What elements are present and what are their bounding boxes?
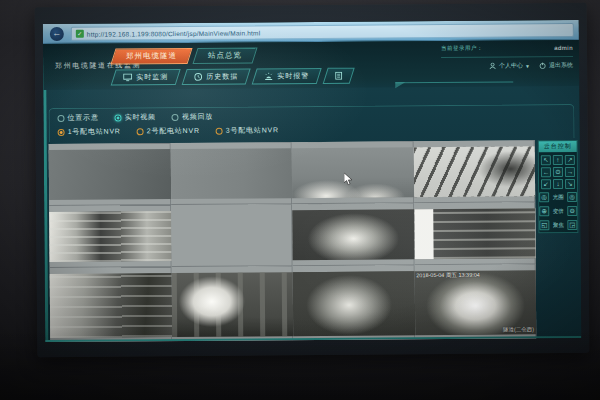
ptz-right-button[interactable]: → <box>565 167 575 177</box>
username: admin <box>554 44 573 50</box>
camera-tile[interactable] <box>49 143 171 206</box>
alarm-icon <box>264 72 273 80</box>
camera-tile[interactable] <box>49 205 171 268</box>
tab-tunnel-label: 郑州电缆隧道 <box>126 51 177 61</box>
camera-feed <box>414 208 536 259</box>
ptz-up-right-button[interactable]: ↗ <box>565 155 575 165</box>
toolbar-item-realtime-monitor[interactable]: 实时监测 <box>111 69 181 86</box>
url-text: http://192.168.1.199:8080/Client/jsp/Mai… <box>87 29 261 37</box>
focus-far-button[interactable]: ◲ <box>567 220 577 230</box>
camera-feed: 2018-05-04 周五 13:39:04 隧道(二仓西) <box>414 270 536 335</box>
monitor-bezel: ← ✓ http://192.168.1.199:8080/Client/jsp… <box>35 3 590 357</box>
camera-tile[interactable] <box>293 265 415 342</box>
logout-label: 退出系统 <box>549 61 573 70</box>
radio-label: 位置示意 <box>67 113 98 123</box>
app-header: 郑州电缆隧道在线监测 郑州电缆隧道 站点总览 <box>43 40 579 90</box>
camera-feed <box>293 271 415 336</box>
camera-feed <box>171 272 293 337</box>
radio-nvr-2[interactable]: 2号配电站NVR <box>137 126 200 136</box>
camera-tile[interactable] <box>414 202 536 265</box>
camera-feed <box>50 273 172 338</box>
content-frame: 位置示意 实时视频 视频回放 <box>48 104 574 142</box>
screen: ← ✓ http://192.168.1.199:8080/Client/jsp… <box>43 20 581 342</box>
camera-tile[interactable]: 2018-05-04 周五 13:39:04 隧道(二仓西) <box>414 264 536 342</box>
radio-circle-selected <box>58 128 65 135</box>
ptz-left-button[interactable]: ← <box>541 167 551 177</box>
focus-label: 聚焦 <box>551 222 565 229</box>
user-info-panel: 当前登录用户： admin 个人中心 ▾ <box>441 44 573 71</box>
header-divider-line <box>395 81 513 83</box>
mouse-cursor-icon <box>344 172 353 190</box>
camera-tile[interactable] <box>171 204 293 267</box>
radio-nvr-1[interactable]: 1号配电站NVR <box>58 127 121 137</box>
iris-label: 光圈 <box>551 194 565 201</box>
camera-tile[interactable] <box>413 140 535 203</box>
app-page: 郑州电缆隧道在线监测 郑州电缆隧道 站点总览 <box>43 40 581 342</box>
zoom-in-button[interactable]: ⊕ <box>539 206 549 216</box>
zoom-out-button[interactable]: ⊖ <box>567 206 577 216</box>
url-field[interactable]: ✓ http://192.168.1.199:8080/Client/jsp/M… <box>71 23 574 41</box>
ptz-down-left-button[interactable]: ↙ <box>541 179 551 189</box>
radio-label: 视频回放 <box>182 112 213 122</box>
camera-tile[interactable] <box>170 142 292 205</box>
radio-circle-selected <box>115 114 122 121</box>
iris-open-button[interactable]: ◎ <box>539 192 549 202</box>
view-mode-radio-group: 位置示意 实时视频 视频回放 <box>57 112 213 123</box>
camera-tile[interactable] <box>292 203 414 266</box>
radio-live-video[interactable]: 实时视频 <box>115 112 156 122</box>
video-wall: 2018-05-04 周五 13:39:04 隧道(二仓西) <box>49 140 537 342</box>
camera-tile[interactable] <box>50 267 172 342</box>
ptz-up-left-button[interactable]: ↖ <box>541 155 551 165</box>
logout-button[interactable]: 退出系统 <box>539 61 573 70</box>
ptz-down-button[interactable]: ↓ <box>553 179 563 189</box>
toolbar-item-history-data[interactable]: 历史数据 <box>182 68 251 85</box>
ptz-zoom-row: ⊕ 变倍 ⊖ <box>539 204 577 218</box>
zoom-label: 变倍 <box>551 208 565 215</box>
radio-position-map[interactable]: 位置示意 <box>57 113 98 123</box>
ptz-focus-row: ◱ 聚焦 ◲ <box>539 218 577 232</box>
toolbar-item-more[interactable] <box>323 68 355 84</box>
radio-circle <box>216 127 223 134</box>
toolbar-alarm-label: 实时报警 <box>277 71 309 81</box>
person-icon <box>489 62 496 70</box>
ptz-up-button[interactable]: ↑ <box>553 155 563 165</box>
tab-tunnel[interactable]: 郑州电缆隧道 <box>110 48 192 65</box>
radio-label: 3号配电站NVR <box>226 125 279 135</box>
camera-timestamp: 2018-05-04 周五 13:39:04 <box>416 272 480 279</box>
camera-tile[interactable] <box>171 266 293 342</box>
iris-close-button[interactable]: ◎ <box>567 192 577 202</box>
radio-label: 2号配电站NVR <box>147 126 200 136</box>
header-divider-triangle <box>395 82 405 88</box>
focus-near-button[interactable]: ◱ <box>539 220 549 230</box>
profile-label: 个人中心 <box>499 61 523 70</box>
back-icon: ← <box>52 28 61 38</box>
ptz-down-right-button[interactable]: ↘ <box>565 179 575 189</box>
ptz-direction-pad: ↖ ↑ ↗ ← ⊙ → ↙ ↓ ↘ <box>539 152 577 190</box>
profile-button[interactable]: 个人中心 ▾ <box>489 61 529 70</box>
camera-feed <box>170 148 292 199</box>
tab-site-overview-label: 站点总览 <box>208 51 242 61</box>
ptz-center-button[interactable]: ⊙ <box>553 167 563 177</box>
radio-circle <box>137 128 144 135</box>
radio-video-playback[interactable]: 视频回放 <box>172 112 213 122</box>
radio-label: 1号配电站NVR <box>68 127 121 137</box>
toolbar-history-label: 历史数据 <box>206 72 238 82</box>
tab-site-overview[interactable]: 站点总览 <box>192 47 257 64</box>
tab-bar: 郑州电缆隧道 站点总览 <box>113 47 255 64</box>
radio-label: 实时视频 <box>125 112 156 122</box>
radio-circle <box>172 114 179 121</box>
power-icon <box>539 62 546 70</box>
ptz-panel: 云台控制 ↖ ↑ ↗ ← ⊙ → ↙ ↓ ↘ ◎ 光圈 <box>538 140 579 233</box>
toolbar: 实时监测 历史数据 <box>113 68 352 86</box>
chevron-down-icon: ▾ <box>526 62 529 69</box>
radio-nvr-3[interactable]: 3号配电站NVR <box>216 125 279 135</box>
login-user-label: 当前登录用户： <box>441 45 483 52</box>
toolbar-realtime-label: 实时监测 <box>136 72 168 82</box>
camera-label: 隧道(二仓西) <box>503 326 534 333</box>
browser-back-button[interactable]: ← <box>50 27 64 41</box>
camera-feed <box>171 210 293 261</box>
camera-feed <box>292 209 414 260</box>
camera-feed <box>413 146 535 197</box>
ptz-iris-row: ◎ 光圈 ◎ <box>539 190 577 204</box>
toolbar-item-realtime-alarm[interactable]: 实时报警 <box>252 68 322 85</box>
